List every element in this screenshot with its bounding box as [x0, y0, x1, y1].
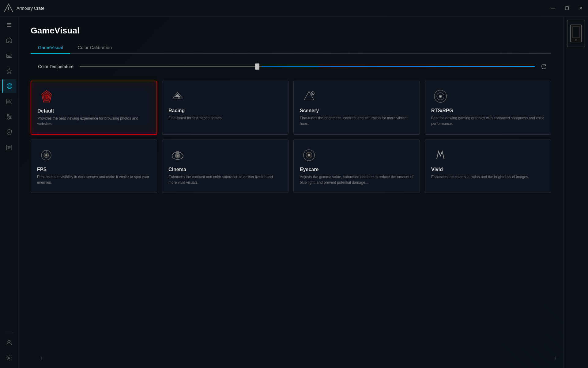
aura-icon: [6, 67, 13, 74]
scenery-title: Scenery: [300, 108, 319, 113]
minimize-button[interactable]: —: [546, 0, 560, 17]
color-temperature-label: Color Temperature: [34, 64, 74, 69]
svg-point-32: [312, 93, 313, 94]
svg-point-48: [309, 155, 310, 156]
default-icon: D: [37, 87, 56, 106]
rts-rpg-title: RTS/RPG: [431, 108, 453, 113]
svg-point-19: [8, 118, 9, 119]
svg-rect-11: [7, 100, 9, 102]
svg-point-24: [8, 340, 10, 343]
sidebar-divider: [5, 332, 14, 332]
fps-icon: [37, 146, 55, 164]
content-area: GameVisual GameVisual Color Calibration …: [18, 17, 564, 368]
vivid-icon: [431, 146, 450, 164]
sidebar-item-gamevisual[interactable]: [2, 79, 16, 93]
media-icon: [6, 98, 13, 105]
sidebar-item-keyboard[interactable]: ⊕: [2, 48, 16, 63]
news-icon: [6, 144, 13, 151]
window-controls: — ❐ ✕: [546, 0, 588, 17]
svg-point-36: [440, 96, 441, 97]
slider-track: [80, 66, 535, 67]
mode-card-eyecare[interactable]: Eyecare Adjusts the gamma value, saturat…: [293, 140, 420, 193]
racing-desc: Fine-tuned for fast-paced games.: [168, 115, 223, 121]
vivid-title: Vivid: [431, 167, 443, 172]
mode-card-cinema[interactable]: Cinema Enhances the contrast and color s…: [162, 140, 288, 193]
mode-cards-row2: FPS Enhances the visibility in dark scen…: [31, 140, 551, 193]
bottom-left-corner: +: [40, 355, 43, 362]
close-button[interactable]: ✕: [574, 0, 588, 17]
color-temperature-slider[interactable]: [80, 63, 535, 70]
svg-rect-2: [6, 54, 12, 57]
svg-point-29: [178, 97, 180, 99]
cinema-title: Cinema: [168, 167, 186, 172]
app-title: Armoury Crate: [17, 6, 44, 11]
sidebar-item-settings[interactable]: [2, 351, 16, 365]
default-desc: Provides the best viewing experience for…: [37, 116, 150, 127]
mode-card-vivid[interactable]: Vivid Enhances the color saturation and …: [425, 140, 551, 193]
reset-icon: [541, 63, 547, 70]
app-logo: [4, 3, 13, 13]
sidebar-item-media[interactable]: [2, 94, 16, 109]
svg-point-17: [9, 116, 11, 118]
eyecare-title: Eyecare: [300, 167, 318, 172]
svg-text:D: D: [45, 94, 49, 99]
eyecare-icon: [300, 146, 318, 164]
tab-color-calibration[interactable]: Color Calibration: [70, 42, 119, 54]
mode-cards-row1: D Default Provides the best viewing expe…: [31, 81, 551, 135]
gamevisual-icon: [6, 83, 13, 90]
account-icon: [6, 339, 13, 346]
svg-point-39: [45, 154, 47, 156]
sidebar: ☰ ⊕: [0, 17, 18, 368]
mode-card-fps[interactable]: FPS Enhances the visibility in dark scen…: [31, 140, 157, 193]
device-preview[interactable]: [567, 20, 585, 47]
vivid-desc: Enhances the color saturation and the br…: [431, 174, 529, 180]
svg-point-25: [8, 357, 10, 359]
default-title: Default: [37, 108, 54, 114]
fps-title: FPS: [37, 167, 47, 172]
mode-card-scenery[interactable]: Scenery Fine-tunes the brightness, contr…: [293, 81, 420, 135]
main-layout: ☰ ⊕: [0, 17, 588, 368]
svg-rect-13: [7, 102, 11, 103]
svg-rect-44: [176, 151, 179, 153]
slider-thumb[interactable]: [255, 63, 259, 70]
rts-rpg-desc: Best for viewing gaming graphics with en…: [431, 115, 545, 126]
fps-desc: Enhances the visibility in dark scenes a…: [37, 174, 151, 185]
cinema-desc: Enhances the contrast and color saturati…: [168, 174, 282, 185]
titlebar: Armoury Crate — ❐ ✕: [0, 0, 588, 17]
svg-rect-12: [9, 100, 11, 102]
maximize-button[interactable]: ❐: [560, 0, 574, 17]
rts-rpg-icon: [431, 87, 450, 105]
sidebar-item-deals[interactable]: [2, 125, 16, 139]
scenery-icon: [300, 87, 318, 105]
racing-title: Racing: [168, 108, 185, 113]
bottom-right-corner: +: [554, 355, 557, 362]
color-temperature-reset[interactable]: [540, 62, 548, 71]
mode-card-default[interactable]: D Default Provides the best viewing expe…: [31, 81, 157, 135]
color-temperature-row: Color Temperature: [31, 62, 551, 71]
racing-icon: [168, 87, 187, 105]
tabs-container: GameVisual Color Calibration: [31, 42, 551, 54]
settings-icon: [6, 355, 13, 361]
sidebar-item-home[interactable]: [2, 33, 16, 47]
deals-icon: [6, 129, 13, 136]
sidebar-item-menu[interactable]: ☰: [3, 19, 15, 31]
mode-card-racing[interactable]: Racing Fine-tuned for fast-paced games.: [162, 81, 288, 135]
svg-rect-50: [572, 27, 580, 38]
sidebar-item-account[interactable]: [2, 335, 16, 350]
mode-card-rts-rpg[interactable]: RTS/RPG Best for viewing gaming graphics…: [425, 81, 551, 135]
sidebar-item-aura[interactable]: [2, 64, 16, 78]
home-icon: [6, 37, 13, 44]
svg-point-43: [177, 155, 179, 157]
scenery-desc: Fine-tunes the brightness, contrast and …: [300, 115, 413, 126]
right-panel: [564, 17, 588, 368]
tab-gamevisual[interactable]: GameVisual: [31, 42, 70, 54]
sidebar-item-news[interactable]: [2, 140, 16, 155]
sliders-icon: [6, 113, 13, 120]
sidebar-item-sliders[interactable]: [2, 110, 16, 124]
eyecare-desc: Adjusts the gamma value, saturation and …: [300, 174, 413, 185]
page-title: GameVisual: [31, 26, 551, 36]
cinema-icon: [168, 146, 187, 164]
keyboard-icon: ⊕: [6, 52, 13, 59]
svg-point-15: [7, 114, 9, 116]
